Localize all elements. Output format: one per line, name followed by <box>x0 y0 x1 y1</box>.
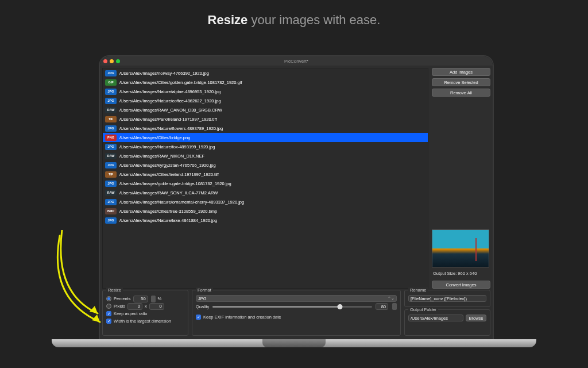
file-path: /Users/Alex/Images/Nature/fox-4893199_19… <box>119 144 215 150</box>
rename-group: Rename [FileName]_conv ([FileIndex]) <box>404 290 490 307</box>
format-badge: GIF <box>105 79 117 86</box>
chevron-updown-icon: ⌃⌄ <box>388 296 394 301</box>
laptop-frame: PicConvert* JPG/Users/Alex/Images/norway… <box>52 52 536 351</box>
file-row[interactable]: RAW/Users/Alex/Images/RAW_NIKON_D1X.NEF <box>103 151 428 160</box>
format-badge: JPG <box>105 70 117 76</box>
file-path: /Users/Alex/Images/Cities/ireland-197199… <box>119 172 219 177</box>
file-list[interactable]: JPG/Users/Alex/Images/norway-4766392_192… <box>102 68 428 289</box>
remove-selected-button[interactable]: Remove Selected <box>432 78 490 86</box>
keep-exif-label: Keep EXIF information and creation date <box>203 315 281 320</box>
file-row[interactable]: JPG/Users/Alex/Images/Nature/ornamental-… <box>103 197 428 206</box>
file-row[interactable]: BMP/Users/Alex/Images/Cities/tree-310855… <box>103 206 428 216</box>
file-path: /Users/Alex/Images/RAW_CANON_D30_SRGB.CR… <box>119 108 222 113</box>
file-path: /Users/Alex/Images/Cities/tree-3108559_1… <box>119 209 217 214</box>
format-badge: JPG <box>105 125 117 132</box>
keep-exif-checkbox[interactable] <box>196 315 201 320</box>
file-path: /Users/Alex/Images/norway-4766392_1920.j… <box>119 71 209 76</box>
file-path: /Users/Alex/Images/RAW_NIKON_D1X.NEF <box>119 154 204 159</box>
file-row[interactable]: JPG/Users/Alex/Images/golden-gate-bridge… <box>103 179 428 188</box>
file-row[interactable]: TIF/Users/Alex/Images/Park/ireland-19719… <box>103 114 428 124</box>
percents-radio[interactable] <box>106 296 111 301</box>
format-badge: JPG <box>105 89 117 95</box>
keep-aspect-label: Keep aspect ratio <box>114 311 147 316</box>
format-badge: JPG <box>105 144 117 150</box>
file-row[interactable]: GIF/Users/Alex/Images/Cities/golden-gate… <box>103 78 428 87</box>
file-row[interactable]: JPG/Users/Alex/Images/Nature/coffee-4862… <box>103 96 428 105</box>
file-row[interactable]: RAW/Users/Alex/Images/RAW_CANON_D30_SRGB… <box>103 105 428 114</box>
file-path: /Users/Alex/Images/Cities/bridge.png <box>119 135 190 140</box>
pixels-label: Pixels <box>114 304 125 309</box>
width-largest-label: Width is the largest dimension <box>114 319 171 324</box>
quality-value-input[interactable]: 80 <box>376 303 388 310</box>
output-folder-path[interactable]: /Users/Alex/Images <box>408 315 463 321</box>
quality-label: Quality <box>196 304 209 309</box>
file-row[interactable]: JPG/Users/Alex/Images/norway-4766392_192… <box>103 68 428 78</box>
file-row[interactable]: JPG/Users/Alex/Images/Nature/flowers-489… <box>103 124 428 133</box>
format-badge: RAW <box>105 190 117 196</box>
format-badge: JPG <box>105 217 117 224</box>
format-badge: TIF <box>105 171 117 178</box>
format-badge: JPG <box>105 98 117 104</box>
output-folder-group: Output Folder /Users/Alex/Images Browse <box>404 309 490 336</box>
file-path: /Users/Alex/Images/Nature/flowers-489378… <box>119 126 223 131</box>
format-select[interactable]: JPG ⌃⌄ <box>196 295 397 302</box>
file-row[interactable]: TIF/Users/Alex/Images/Cities/ireland-197… <box>103 170 428 179</box>
file-row[interactable]: JPG/Users/Alex/Images/Nature/fox-4893199… <box>103 142 428 151</box>
format-group: Format JPG ⌃⌄ Quality 80 <box>192 290 401 336</box>
file-row[interactable]: PNG/Users/Alex/Images/Cities/bridge.png <box>103 133 428 142</box>
add-images-button[interactable]: Add Images <box>432 68 490 76</box>
format-badge: JPG <box>105 199 117 205</box>
width-largest-checkbox[interactable] <box>106 319 111 324</box>
preview-image <box>432 229 489 267</box>
remove-all-button[interactable]: Remove All <box>432 89 490 97</box>
percents-stepper[interactable] <box>151 296 156 302</box>
titlebar[interactable]: PicConvert* <box>100 56 493 66</box>
quality-slider[interactable] <box>212 306 372 308</box>
pixels-radio[interactable] <box>106 304 111 309</box>
format-badge: JPG <box>105 181 117 187</box>
file-path: /Users/Alex/Images/golden-gate-bridge-10… <box>119 181 231 186</box>
file-row[interactable]: RAW/Users/Alex/Images/RAW_SONY_ILCA-77M2… <box>103 188 428 197</box>
percents-input[interactable]: 50 <box>133 296 148 302</box>
pixels-width-input[interactable]: 0 <box>127 303 142 310</box>
quality-stepper[interactable] <box>392 303 397 310</box>
file-row[interactable]: JPG/Users/Alex/Images/Nature/alpine-4896… <box>103 87 428 96</box>
file-path: /Users/Alex/Images/RAW_SONY_ILCA-77M2.AR… <box>119 190 218 195</box>
format-badge: BMP <box>105 208 117 214</box>
format-badge: TIF <box>105 116 117 122</box>
output-size-label: Output Size: 960 x 640 <box>432 270 490 278</box>
window-title: PicConvert* <box>100 59 493 64</box>
file-path: /Users/Alex/Images/Nature/coffee-4862622… <box>119 98 221 103</box>
format-badge: JPG <box>105 162 117 168</box>
file-path: /Users/Alex/Images/Nature/ornamental-che… <box>119 200 244 205</box>
format-badge: RAW <box>105 107 117 113</box>
format-badge: RAW <box>105 153 117 159</box>
resize-group: Resize Percents 50 % Pixels 0 x 0 <box>102 290 188 336</box>
app-window: PicConvert* JPG/Users/Alex/Images/norway… <box>100 56 493 339</box>
file-path: /Users/Alex/Images/Nature/alpine-4896953… <box>119 89 220 94</box>
file-row[interactable]: JPG/Users/Alex/Images/kyrgyzstan-4765706… <box>103 160 428 170</box>
file-row[interactable]: JPG/Users/Alex/Images/Nature/lake-484188… <box>103 216 428 225</box>
keep-aspect-checkbox[interactable] <box>106 311 111 316</box>
rename-pattern-input[interactable]: [FileName]_conv ([FileIndex]) <box>408 295 486 302</box>
format-badge: PNG <box>105 135 117 141</box>
file-path: /Users/Alex/Images/Park/ireland-1971997_… <box>119 117 217 122</box>
marketing-tagline: Resize your images with ease. <box>0 0 588 28</box>
file-path: /Users/Alex/Images/Cities/golden-gate-br… <box>119 80 242 85</box>
file-path: /Users/Alex/Images/kyrgyzstan-4765706_19… <box>119 163 216 168</box>
convert-images-button[interactable]: Convert Images <box>432 281 490 289</box>
pixels-height-input[interactable]: 0 <box>149 303 164 310</box>
browse-button[interactable]: Browse <box>466 315 486 321</box>
percents-label: Percents <box>114 296 131 301</box>
file-path: /Users/Alex/Images/Nature/lake-4841884_1… <box>119 218 217 223</box>
